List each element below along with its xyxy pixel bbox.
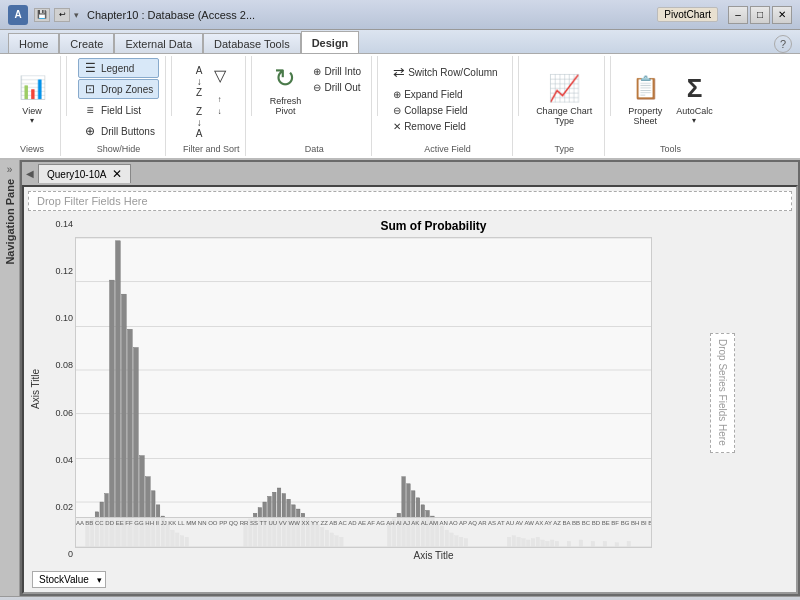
stock-dropdown[interactable]: StockValue ▾	[32, 571, 106, 588]
autocalc-button[interactable]: Σ AutoCalc ▾	[670, 68, 719, 132]
removefield-button[interactable]: ✕ Remove Field	[389, 119, 506, 134]
autocalc-icon: Σ	[678, 72, 710, 104]
sort-az-bot: Z	[196, 87, 202, 98]
drill-into-label: Drill Into	[324, 66, 361, 77]
charttype-button[interactable]: 📈 Change Chart Type	[530, 68, 598, 132]
sort-za-bot: A	[196, 128, 203, 139]
refresh-button[interactable]: ↻ Refresh Pivot	[263, 58, 307, 122]
propertysheet-button[interactable]: 📋 Property Sheet	[622, 68, 668, 132]
tab-external-data[interactable]: External Data	[114, 33, 203, 53]
drill-into-button[interactable]: ⊕ Drill Into	[309, 64, 365, 79]
view-arrow: ▾	[30, 116, 34, 125]
app-icon: A	[8, 5, 28, 25]
svg-rect-16	[128, 329, 133, 547]
view-button[interactable]: 📊 View ▾	[10, 68, 54, 132]
dropzones-button[interactable]: ⊡ Drop Zones	[78, 79, 159, 99]
collapsefield-button[interactable]: ⊖ Collapse Field	[389, 103, 506, 118]
doc-prev-arrow[interactable]: ◀	[26, 168, 34, 179]
sort-za-button[interactable]: Z ↓ A	[192, 103, 207, 142]
propertysheet-label2: Sheet	[633, 116, 657, 126]
document-area: ◀ Query10-10A ✕ Drop Filter Fields Here …	[20, 160, 800, 596]
sort-az-top: A	[196, 65, 203, 76]
drop-series-zone[interactable]: Drop Series Fields Here	[710, 333, 735, 453]
svg-rect-13	[110, 280, 115, 547]
switch-icon: ⇄	[393, 64, 405, 80]
refresh-label2: Pivot	[275, 106, 295, 116]
switchrowcol-label: Switch Row/Column	[408, 67, 497, 78]
query-tab[interactable]: Query10-10A ✕	[38, 164, 131, 183]
chart-bottom: StockValue ▾	[24, 567, 796, 592]
chart-canvas: ... ... ... ... ... AA BB CC DD EE FF GG…	[75, 237, 652, 548]
drillbtns-icon: ⊕	[82, 123, 98, 139]
filter-button[interactable]: ▽	[209, 62, 231, 90]
sort-az-button[interactable]: A ↓ Z	[192, 62, 207, 101]
query-tab-close[interactable]: ✕	[112, 167, 122, 181]
expandfield-button[interactable]: ⊕ Expand Field	[389, 87, 506, 102]
legend-icon: ☰	[82, 60, 98, 76]
ribbon-group-activefield: ⇄ Switch Row/Column ⊕ Expand Field ⊖ Col…	[383, 56, 513, 156]
y-val-3: 0.10	[45, 313, 73, 323]
view-label: View	[22, 106, 41, 116]
ribbon-group-type: 📈 Change Chart Type Type	[524, 56, 605, 156]
autosort-button[interactable]: ↑ ↓	[209, 92, 231, 119]
expandfield-label: Expand Field	[404, 89, 462, 100]
title-bar: A 💾 ↩ ▾ Chapter10 : Database (Access 2..…	[0, 0, 800, 30]
main-area: » Navigation Pane ◀ Query10-10A ✕ Drop F…	[0, 160, 800, 596]
drillbtns-label: Drill Buttons	[101, 126, 155, 137]
fieldlist-label: Field List	[101, 105, 141, 116]
sort-buttons: A ↓ Z Z ↓ A	[192, 62, 207, 142]
drill-out-button[interactable]: ⊖ Drill Out	[309, 80, 365, 95]
restore-btn[interactable]: □	[750, 6, 770, 24]
dropzones-icon: ⊡	[82, 81, 98, 97]
stock-dropdown-value: StockValue	[39, 574, 89, 585]
chart-plot-area: ... ... ... ... ... AA BB CC DD EE FF GG…	[75, 237, 792, 548]
sort-az-arrow: ↓	[197, 76, 202, 87]
sort-za-arrow: ↓	[197, 117, 202, 128]
undo-btn[interactable]: ↩	[54, 8, 70, 22]
collapsefield-label: Collapse Field	[404, 105, 467, 116]
chart-title: Sum of Probability	[75, 215, 792, 237]
ribbon-content: 📊 View ▾ Views ☰ Legend ⊡ Drop Zones	[0, 54, 800, 158]
data-group-label: Data	[305, 142, 324, 154]
svg-rect-15	[122, 294, 127, 547]
dropzones-label: Drop Zones	[101, 84, 153, 95]
window-controls[interactable]: – □ ✕	[728, 6, 792, 24]
legend-button[interactable]: ☰ Legend	[78, 58, 159, 78]
tab-create[interactable]: Create	[59, 33, 114, 53]
removefield-label: Remove Field	[404, 121, 466, 132]
propertysheet-label: Property	[628, 106, 662, 116]
tab-database-tools[interactable]: Database Tools	[203, 33, 301, 53]
type-group-label: Type	[554, 142, 574, 154]
drill-out-icon: ⊖	[313, 82, 321, 93]
close-btn[interactable]: ✕	[772, 6, 792, 24]
help-btn[interactable]: ?	[774, 35, 792, 53]
y-val-2: 0.12	[45, 266, 73, 276]
quick-save[interactable]: 💾	[34, 8, 50, 22]
filtersort-items: A ↓ Z Z ↓ A ▽	[192, 58, 231, 142]
tab-design[interactable]: Design	[301, 31, 360, 53]
autosort-down: ↓	[218, 107, 222, 116]
drillbtns-button[interactable]: ⊕ Drill Buttons	[78, 121, 159, 141]
chart-container: Drop Filter Fields Here Axis Title 0.14 …	[22, 185, 798, 594]
y-axis-label: Axis Title	[28, 215, 43, 563]
x-axis-labels: AA BB CC DD EE FF GG HH II JJ KK LL MM N…	[76, 517, 651, 547]
autocalc-arrow: ▾	[692, 116, 696, 125]
nav-pane-label: Navigation Pane	[4, 179, 16, 265]
charttype-icon: 📈	[548, 72, 580, 104]
drill-into-icon: ⊕	[313, 66, 321, 77]
views-group-label: Views	[20, 142, 44, 154]
sort-az-icon-group: A ↓ Z	[196, 65, 203, 98]
doc-tab-bar: ◀ Query10-10A ✕	[22, 162, 798, 185]
data-items: ↻ Refresh Pivot ⊕ Drill Into ⊖ Drill Out	[263, 58, 365, 142]
tools-group-label: Tools	[660, 142, 681, 154]
switchrowcol-button[interactable]: ⇄ Switch Row/Column	[389, 62, 506, 82]
ribbon: 📊 View ▾ Views ☰ Legend ⊡ Drop Zones	[0, 54, 800, 160]
minimize-btn[interactable]: –	[728, 6, 748, 24]
fieldlist-button[interactable]: ≡ Field List	[78, 100, 159, 120]
drop-filter-zone[interactable]: Drop Filter Fields Here	[28, 191, 792, 211]
sort-za-top: Z	[196, 106, 202, 117]
tab-home[interactable]: Home	[8, 33, 59, 53]
undo-dropdown[interactable]: ▾	[74, 8, 79, 22]
chart-svg: ... ... ... ... ...	[76, 238, 651, 547]
nav-expand-arrow[interactable]: »	[7, 160, 13, 179]
